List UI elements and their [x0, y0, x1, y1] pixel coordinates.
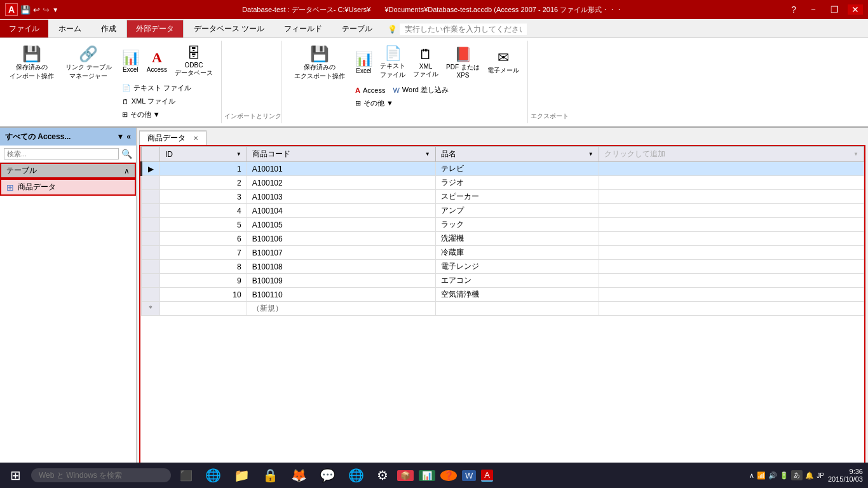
export-excel-button[interactable]: 📊 Excel — [352, 49, 376, 76]
taskbar-security-icon[interactable]: 🔒 — [259, 466, 282, 484]
row-code[interactable]: A100102 — [247, 176, 435, 190]
close-button[interactable]: ✕ — [848, 4, 863, 15]
taskbar-firefox-icon[interactable]: 🦊 — [287, 466, 311, 484]
nav-collapse-icon[interactable]: « — [126, 132, 131, 141]
row-id[interactable]: 2 — [160, 176, 247, 190]
nav-header[interactable]: すべての Access... ▼ « — [0, 128, 136, 146]
row-name[interactable]: アンプ — [435, 204, 599, 218]
row-add-col[interactable] — [599, 274, 864, 288]
start-button[interactable]: ⊞ — [5, 465, 26, 485]
taskbar-word-icon[interactable]: W — [462, 470, 476, 481]
new-row-id[interactable] — [160, 302, 247, 316]
export-text-button[interactable]: 📄 テキストファイル — [377, 43, 409, 81]
nav-section-tables[interactable]: テーブル ∧ — [0, 163, 136, 179]
row-code[interactable]: A100103 — [247, 190, 435, 204]
link-table-manager-button[interactable]: 🔗 リンク テーブル マネージャー — [61, 43, 116, 83]
row-id[interactable]: 4 — [160, 204, 247, 218]
export-access-button[interactable]: A Access — [352, 85, 388, 95]
customize-qat-icon[interactable]: ▼ — [52, 6, 58, 13]
nav-item-product-data[interactable]: ⊞ 商品データ — [0, 179, 136, 196]
network-icon[interactable]: 📶 — [757, 471, 766, 480]
import-more-button[interactable]: ⊞ その他 ▼ — [119, 109, 163, 121]
minimize-button[interactable]: － — [805, 4, 822, 15]
export-word-button[interactable]: W Word 差し込み — [390, 84, 452, 96]
tab-db-tools[interactable]: データベース ツール — [184, 20, 274, 37]
sound-icon[interactable]: 🔊 — [768, 471, 777, 480]
row-code[interactable]: A100104 — [247, 204, 435, 218]
tab-home[interactable]: ホーム — [49, 20, 91, 37]
battery-icon[interactable]: 🔋 — [780, 471, 789, 480]
tell-me-area[interactable]: 💡 — [383, 21, 868, 37]
row-id[interactable]: 9 — [160, 274, 247, 288]
taskbar-files-icon[interactable]: 📁 — [230, 466, 254, 484]
tell-me-input[interactable] — [400, 24, 527, 35]
notification-icon[interactable]: 🔔 — [805, 471, 814, 480]
row-add-col[interactable] — [599, 288, 864, 302]
saved-imports-button[interactable]: 💾 保存済みの インポート操作 — [5, 43, 58, 83]
row-name[interactable]: 電子レンジ — [435, 260, 599, 274]
time-display[interactable]: 9:36 2015/10/03 — [828, 468, 863, 483]
taskbar-search-input[interactable] — [31, 468, 171, 482]
export-email-button[interactable]: ✉ 電子メール — [484, 48, 522, 77]
help-button[interactable]: ? — [787, 4, 800, 15]
row-name[interactable]: ラジオ — [435, 176, 599, 190]
row-add-col[interactable] — [599, 232, 864, 246]
import-access-button[interactable]: A Access — [144, 48, 170, 75]
tab-fields[interactable]: フィールド — [275, 20, 332, 37]
row-code[interactable]: B100109 — [247, 274, 435, 288]
taskbar-office-icon[interactable]: 📦 — [397, 470, 414, 481]
row-id[interactable]: 8 — [160, 260, 247, 274]
row-name[interactable]: エアコン — [435, 274, 599, 288]
undo-icon[interactable]: ↩ — [33, 5, 40, 15]
redo-icon[interactable]: ↪ — [43, 5, 50, 15]
taskbar-browser-icon[interactable]: 🌐 — [344, 466, 368, 484]
row-add-col[interactable] — [599, 218, 864, 232]
taskbar-edge-icon[interactable]: 🌐 — [201, 466, 225, 484]
import-odbc-button[interactable]: 🗄 ODBCデータベース — [172, 43, 216, 79]
row-add-col[interactable] — [599, 176, 864, 190]
tab-close-icon[interactable]: ✕ — [193, 135, 198, 142]
ime-icon[interactable]: あ — [791, 470, 803, 480]
export-xml-button[interactable]: 🗒 XMLファイル — [410, 44, 442, 81]
up-arrow-icon[interactable]: ∧ — [749, 471, 754, 480]
row-name[interactable]: 空気清浄機 — [435, 288, 599, 302]
row-id[interactable]: 3 — [160, 190, 247, 204]
row-name[interactable]: テレビ — [435, 162, 599, 176]
row-id[interactable]: 10 — [160, 288, 247, 302]
taskbar-settings-icon[interactable]: ⚙ — [373, 466, 392, 484]
col-header-name[interactable]: 品名 ▼ — [435, 147, 599, 162]
tab-product-data[interactable]: 商品データ ✕ — [139, 130, 207, 145]
taskbar-excel-icon[interactable]: 📊 — [419, 470, 435, 481]
row-add-col[interactable] — [599, 204, 864, 218]
taskbar-access-icon[interactable]: A — [481, 470, 493, 482]
import-excel-button[interactable]: 📊 Excel — [119, 48, 142, 75]
tab-table[interactable]: テーブル — [332, 20, 382, 37]
new-row-add-col[interactable] — [599, 302, 864, 316]
new-row-name[interactable] — [435, 302, 599, 316]
row-id[interactable]: 7 — [160, 246, 247, 260]
taskbar-help-icon[interactable]: ❓ — [440, 470, 457, 481]
tab-file[interactable]: ファイル — [0, 20, 48, 37]
row-id[interactable]: 1 — [160, 162, 247, 176]
task-view-icon[interactable]: ⬛ — [176, 468, 196, 483]
import-xml-button[interactable]: 🗒 XML ファイル — [119, 95, 179, 107]
col-header-add[interactable]: クリックして追加 ▼ — [599, 147, 864, 162]
col-header-id[interactable]: ID ▼ — [160, 147, 247, 162]
import-text-button[interactable]: 📄 テキスト ファイル — [119, 82, 194, 94]
row-code[interactable]: B100110 — [247, 288, 435, 302]
row-name[interactable]: 洗濯機 — [435, 232, 599, 246]
tab-create[interactable]: 作成 — [92, 20, 126, 37]
row-name[interactable]: 冷蔵庫 — [435, 246, 599, 260]
row-code[interactable]: B100107 — [247, 246, 435, 260]
row-id[interactable]: 5 — [160, 218, 247, 232]
row-name[interactable]: スピーカー — [435, 190, 599, 204]
row-name[interactable]: ラック — [435, 218, 599, 232]
row-code[interactable]: B100106 — [247, 232, 435, 246]
quick-save-icon[interactable]: 💾 — [20, 5, 31, 15]
language-icon[interactable]: JP — [817, 472, 824, 479]
tab-external-data[interactable]: 外部データ — [126, 20, 184, 37]
export-more-button[interactable]: ⊞ その他 ▼ — [352, 97, 397, 109]
nav-search-input[interactable] — [4, 148, 119, 159]
row-id[interactable]: 6 — [160, 232, 247, 246]
export-pdf-button[interactable]: 📕 PDF またはXPS — [443, 44, 483, 81]
